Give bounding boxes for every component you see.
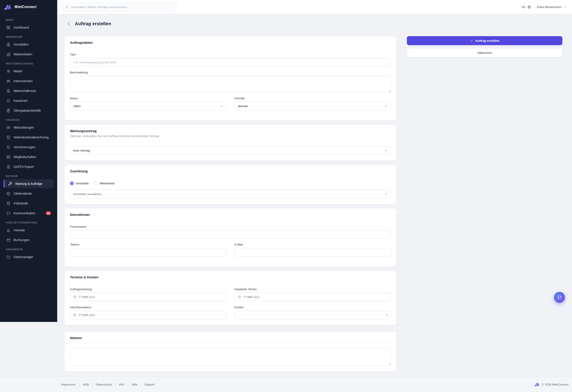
sidebar-item-mietverhaeltnisse[interactable]: Mietverhältnisse <box>4 86 54 95</box>
geplanter-termin-label: Geplanter Termin <box>235 287 391 291</box>
sidebar-item-interessenten[interactable]: Interessenten <box>4 76 54 86</box>
footer-link-impressum[interactable]: Impressum <box>61 383 76 386</box>
sidebar-item-mietzahlungen[interactable]: Mietzahlungen <box>4 123 54 132</box>
footer-link-hilfe[interactable]: Hilfe <box>132 383 137 386</box>
card-zuordnung: Zuordnung ImmobilieMieteinheit Immobilie… <box>64 165 397 204</box>
card-termine-kosten: Termine & Kosten Auftragserteilung <box>64 271 397 325</box>
prioritaet-select[interactable]: Normal <box>235 102 391 110</box>
shield-check-icon <box>6 145 11 149</box>
radio-selected-icon <box>70 181 74 185</box>
firmenname-input[interactable] <box>70 230 391 239</box>
sidebar-item-uebergabeprotokolle[interactable]: Übergabeprotokolle <box>4 106 54 115</box>
calendar-icon <box>238 295 241 299</box>
chat-fab-button[interactable] <box>554 292 565 303</box>
chat-bubble-icon <box>557 295 562 300</box>
vertrag-select[interactable]: Kein Vertrag <box>70 146 391 155</box>
sidebar-item-kommunikation[interactable]: Kommunikation14 <box>4 209 54 218</box>
sidebar-item-fuellstaende[interactable]: Füllstände <box>4 199 54 208</box>
sidebar-item-mitgliedschaften[interactable]: Mitgliedschaften <box>4 152 54 161</box>
footer-link-avv[interactable]: AVV <box>119 383 125 386</box>
language-toggle[interactable]: DE <box>522 5 531 9</box>
auftragserteilung-date-input[interactable] <box>70 293 227 301</box>
telefon-input[interactable] <box>70 248 227 256</box>
card-dienstleister: Dienstleister Firmenname Telefon E-Mail <box>64 208 397 267</box>
sidebar-item-buchungen[interactable]: Buchungen <box>4 236 54 244</box>
abschlussdatum-date-input[interactable] <box>70 311 227 319</box>
sidebar-item-kautionen[interactable]: Kautionen <box>4 96 54 105</box>
sidebar-item-label: Mietverhältnisse <box>14 89 51 93</box>
calendar-icon <box>73 313 77 317</box>
radio-immobilie[interactable]: Immobilie <box>70 181 89 185</box>
sidebar-item-wartung-auftraege[interactable]: Wartung & Aufträge <box>4 179 54 188</box>
kosten-label: Kosten <box>235 306 391 309</box>
sidebar-item-mieteinheiten[interactable]: Mieteinheiten <box>4 50 54 59</box>
search-icon <box>65 5 69 9</box>
sidebar-section-label: Dokumente <box>6 248 51 251</box>
sidebar-item-label: Kommunikation <box>14 211 43 215</box>
sidebar-item-versicherungen[interactable]: Versicherungen <box>4 143 54 151</box>
radio-mieteinheit[interactable]: Mieteinheit <box>94 181 114 185</box>
sidebar-item-datev-export[interactable]: DATEV-Export <box>4 162 54 171</box>
card-title: Notizen <box>70 336 391 340</box>
sidebar-item-label: Versicherungen <box>14 145 51 149</box>
chevron-down-icon <box>384 192 388 196</box>
geplanter-termin-date-input[interactable] <box>235 293 391 301</box>
chevron-down-icon <box>220 105 223 108</box>
footer-link-agb[interactable]: AGB <box>83 383 89 386</box>
status-label: Status <box>70 97 227 100</box>
banknote-icon <box>6 125 11 130</box>
immobilie-select[interactable]: Immobilie auswählen... <box>70 190 391 198</box>
user-name: Erika Mustermann <box>537 5 561 9</box>
footer: Impressum|AGB|Datenschutz|AVV|Hilfe|Supp… <box>0 377 572 392</box>
sidebar-section-label: Mietverhältnisse <box>6 62 51 65</box>
kosten-input-wrap[interactable]: € <box>235 311 391 319</box>
card-notizen: Notizen <box>64 332 397 372</box>
sidebar-section-label: Menu <box>6 18 51 21</box>
footer-link-datenschutz[interactable]: Datenschutz <box>96 383 112 386</box>
prioritaet-value: Normal <box>238 105 248 108</box>
meter-icon <box>6 192 11 196</box>
sidebar-item-nebenkostenabrechnung[interactable]: Nebenkostenabrechnung <box>4 133 54 142</box>
file-down-icon <box>6 165 11 169</box>
calendar-icon <box>73 295 77 299</box>
footer-separator: | <box>127 383 128 386</box>
card-subtitle: Optional: Verknüpfen Sie den Auftrag mit… <box>70 134 391 138</box>
sidebar-item-immobilien[interactable]: Immobilien <box>4 40 54 49</box>
sidebar-item-mieter[interactable]: Mieter <box>4 67 54 76</box>
submit-button[interactable]: Auftrag erstellen <box>407 36 562 45</box>
wrench-icon <box>8 182 12 186</box>
titel-input[interactable] <box>70 58 391 67</box>
radio-label: Immobilie <box>76 182 89 185</box>
sidebar-item-dateimanager[interactable]: Dateimanager <box>4 253 54 261</box>
footer-separator: | <box>79 383 79 386</box>
sidebar-item-zaehlerstaende[interactable]: Zählerstände <box>4 189 54 198</box>
sidebar-item-label: Zählerstände <box>14 192 51 195</box>
footer-link-support[interactable]: Support <box>144 383 155 386</box>
email-input[interactable] <box>235 248 391 256</box>
sidebar-nav: MenuDashboardImmobilienImmobilienMietein… <box>0 14 57 267</box>
sidebar-item-label: Kautionen <box>14 99 51 103</box>
auftragserteilung-input[interactable] <box>79 295 223 299</box>
card-title: Termine & Kosten <box>70 275 391 279</box>
abschlussdatum-input[interactable] <box>79 313 223 317</box>
user-menu[interactable]: Erika Mustermann <box>537 5 567 9</box>
cancel-button[interactable]: Abbrechen <box>407 48 562 57</box>
back-button[interactable] <box>66 21 72 27</box>
units-icon <box>6 52 11 57</box>
global-search[interactable] <box>62 3 176 11</box>
page-title: Auftrag erstellen <box>75 21 111 26</box>
active-indicator <box>4 180 5 188</box>
building-icon <box>6 42 11 47</box>
card-title: Auftragsdaten <box>70 41 391 45</box>
currency-suffix: € <box>386 313 388 317</box>
sidebar-item-inserate[interactable]: Inserate <box>4 226 54 235</box>
email-label: E-Mail <box>235 243 391 246</box>
status-select[interactable]: Offen <box>70 102 227 110</box>
notizen-textarea[interactable] <box>70 348 391 366</box>
search-input[interactable] <box>71 5 173 9</box>
beschreibung-textarea[interactable] <box>70 76 391 92</box>
card-title: Wartungsvertrag <box>70 129 391 133</box>
sidebar-item-dashboard[interactable]: Dashboard <box>4 23 54 32</box>
geplanter-termin-input[interactable] <box>243 295 388 299</box>
kosten-input[interactable] <box>238 313 384 317</box>
